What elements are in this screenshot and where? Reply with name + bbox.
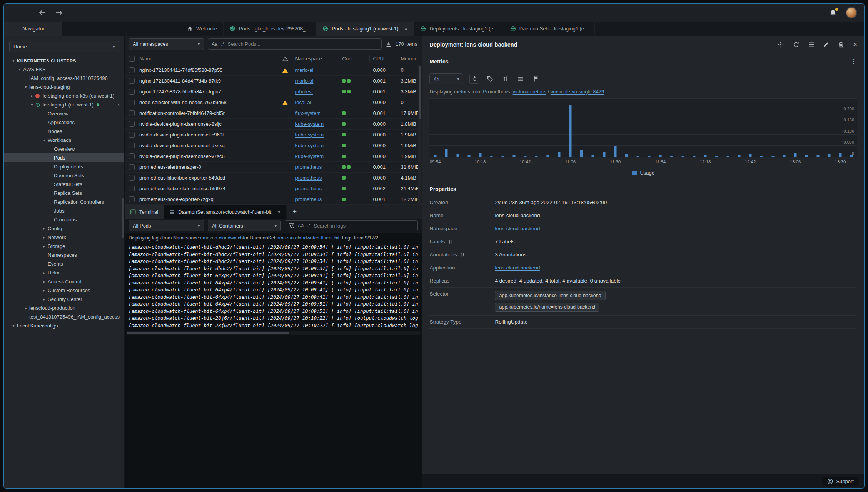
- row-checkbox[interactable]: [129, 67, 135, 73]
- sidebar-item-namespaces[interactable]: Namespaces: [4, 251, 124, 259]
- cpu-usage-chart[interactable]: 0.2500.2000.1500.1000.0500: [429, 99, 857, 157]
- close-tab-icon[interactable]: ×: [277, 209, 281, 215]
- row-checkbox[interactable]: [129, 100, 135, 105]
- tab-deployments-lc-staging1-e[interactable]: Deployments - lc-staging1 (e...: [414, 22, 504, 36]
- user-avatar[interactable]: [846, 7, 857, 18]
- sidebar-item-config[interactable]: ▸Config: [4, 224, 124, 233]
- pods-search-input[interactable]: [228, 41, 378, 47]
- detach-panel-icon[interactable]: [778, 42, 784, 48]
- namespace-link[interactable]: mario-ai: [295, 78, 313, 84]
- sidebar-item-lenscloud-production[interactable]: ▸lenscloud-production: [4, 304, 124, 312]
- namespace-link[interactable]: prometheus: [295, 164, 322, 170]
- sidebar-item-aws-eks[interactable]: ▾AWS EKS: [4, 65, 124, 74]
- match-case-toggle[interactable]: Aa: [212, 42, 217, 47]
- back-arrow-icon[interactable]: [38, 10, 46, 16]
- close-icon[interactable]: ×: [853, 41, 857, 48]
- property-link[interactable]: lens-cloud-backend: [495, 226, 540, 231]
- pods-table-scrollbar[interactable]: [418, 65, 421, 205]
- row-checkbox[interactable]: [129, 153, 135, 159]
- logs-search-input[interactable]: [314, 223, 414, 229]
- dock-tab-terminal[interactable]: Terminal: [125, 205, 164, 219]
- sidebar-scrollbar[interactable]: [122, 198, 124, 238]
- time-range-select[interactable]: 4h ▾: [429, 73, 463, 84]
- table-row[interactable]: prometheus-node-exporter-7zgxqprometheus…: [125, 194, 422, 205]
- sidebar-item-test-841310725496-iam-config-access[interactable]: test_841310725496_IAM_config_access: [4, 312, 124, 321]
- row-checkbox[interactable]: [129, 89, 135, 95]
- table-row[interactable]: prometheus-kube-state-metrics-5fd974prom…: [125, 183, 422, 194]
- namespace-link[interactable]: local-ai: [295, 100, 311, 105]
- property-link[interactable]: lens-cloud-backend: [495, 265, 540, 271]
- sidebar-item-nodes[interactable]: Nodes: [4, 127, 124, 136]
- sidebar-item-network[interactable]: ▸Network: [4, 233, 124, 242]
- namespace-link[interactable]: prometheus: [295, 186, 322, 191]
- close-tab-icon[interactable]: ×: [404, 26, 408, 32]
- sidebar-item-lens-cloud-staging[interactable]: ▾lens-cloud-staging: [4, 83, 124, 91]
- namespace-link[interactable]: amazon-cloudwatch: [200, 235, 243, 241]
- logs-horizontal-scrollbar[interactable]: [126, 331, 421, 335]
- sidebar-item-custom-resources[interactable]: ▸Custom Resources: [4, 286, 124, 295]
- sidebar-item-jobs[interactable]: Jobs: [4, 206, 124, 215]
- select-all-checkbox[interactable]: [129, 56, 135, 62]
- log-output[interactable]: [amazon-cloudwatch-fluent-bit-dhdc2/flue…: [125, 243, 422, 331]
- sidebar-item-overview[interactable]: Overview: [4, 109, 124, 118]
- table-row[interactable]: nvidia-device-plugin-daemonset-8sljckube…: [125, 119, 422, 130]
- column-memory[interactable]: Memor: [397, 55, 422, 62]
- row-checkbox[interactable]: [129, 121, 135, 127]
- namespace-link[interactable]: kube-system: [295, 132, 324, 138]
- row-checkbox[interactable]: [129, 186, 135, 191]
- pod-filter-select[interactable]: All Pods ▾: [129, 220, 204, 231]
- sidebar-item-applications[interactable]: Applications: [4, 118, 124, 127]
- sidebar-item-events[interactable]: Events: [4, 259, 124, 268]
- namespace-link[interactable]: prometheus: [295, 175, 322, 181]
- flag-icon[interactable]: [531, 74, 541, 84]
- forward-arrow-icon[interactable]: [55, 10, 63, 16]
- rows-icon[interactable]: [516, 74, 526, 84]
- namespace-filter-select[interactable]: All namespaces ▾: [129, 38, 204, 50]
- prometheus-endpoint-link[interactable]: vmsingle-vmsingle:8429: [551, 89, 604, 95]
- sidebar-item-security-center[interactable]: ▸Security Center: [4, 295, 124, 304]
- row-checkbox[interactable]: [129, 132, 135, 138]
- tab-daemon-sets-lc-staging1-e[interactable]: Daemon Sets - lc-staging1 (e...: [504, 22, 595, 36]
- namespace-link[interactable]: prometheus: [295, 196, 322, 202]
- sidebar-item-local-kubeconfigs[interactable]: ▾Local Kubeconfigs: [4, 321, 124, 330]
- row-checkbox[interactable]: [129, 110, 135, 116]
- table-row[interactable]: prometheus-alertmanager-0prometheus0.001…: [125, 162, 422, 173]
- tab-welcome[interactable]: Welcome: [181, 22, 224, 36]
- row-checkbox[interactable]: [129, 78, 135, 84]
- crosshair-icon[interactable]: [469, 74, 479, 84]
- sidebar-item-replication-controllers[interactable]: Replication Controllers: [4, 198, 124, 206]
- column-name[interactable]: Name: [139, 56, 279, 62]
- namespace-link[interactable]: kube-system: [295, 121, 324, 127]
- column-cpu[interactable]: CPU: [369, 55, 397, 62]
- row-checkbox[interactable]: [129, 143, 135, 148]
- sidebar-item-lc-staging-demo-k8s-eu-west-1[interactable]: ▸lc-staging-demo-k8s (eu-west-1): [4, 91, 124, 100]
- menu-lines-icon[interactable]: [808, 42, 814, 47]
- edit-icon[interactable]: [823, 42, 829, 47]
- sidebar-item-stateful-sets[interactable]: Stateful Sets: [4, 180, 124, 189]
- sidebar-item-overview[interactable]: Overview: [4, 145, 124, 153]
- table-row[interactable]: nvidia-device-plugin-daemonset-dxsxgkube…: [125, 140, 422, 151]
- sidebar-item-replica-sets[interactable]: Replica Sets: [4, 189, 124, 198]
- row-checkbox[interactable]: [129, 164, 135, 170]
- column-namespace[interactable]: Namespace: [292, 55, 339, 62]
- table-row[interactable]: nginx-1721304411-84d4ff7d4b-87tk9mario-a…: [125, 76, 422, 86]
- regex-toggle[interactable]: .*: [221, 42, 224, 47]
- table-row[interactable]: prometheus-blackbox-exporter-549dcdprome…: [125, 173, 422, 183]
- table-row[interactable]: notification-controller-7bfbfd6479-cbl5r…: [125, 108, 422, 119]
- namespace-link[interactable]: mario-ai: [295, 67, 313, 73]
- kebab-menu-icon[interactable]: ⋮: [851, 58, 857, 65]
- table-row[interactable]: nvidia-device-plugin-daemonset-c969tkube…: [125, 130, 422, 140]
- table-row[interactable]: nginx-1721304411-74df86f588-87p55mario-a…: [125, 65, 422, 76]
- tab-pods-gke-lens-dev-298208[interactable]: Pods - gke_lens-dev-298208_...: [224, 22, 316, 36]
- sidebar-item-cron-jobs[interactable]: Cron Jobs: [4, 215, 124, 224]
- daemonset-link[interactable]: amazon-cloudwatch-fluent-bit: [277, 235, 339, 241]
- namespace-link[interactable]: juhotest: [295, 89, 313, 95]
- prometheus-source-link[interactable]: victoria-metrics: [513, 89, 546, 95]
- sidebar-item-access-control[interactable]: ▸Access Control: [4, 277, 124, 286]
- match-case-toggle[interactable]: Aa: [298, 223, 304, 228]
- tag-icon[interactable]: [485, 74, 495, 84]
- tab-pods-lc-staging1-eu-west-1[interactable]: Pods - lc-staging1 (eu-west-1)×: [316, 22, 414, 36]
- catalog-select[interactable]: Home ▾: [9, 41, 119, 52]
- sidebar-item-kubernetes-clusters[interactable]: ▾KUBERNETES CLUSTERS: [4, 56, 124, 65]
- support-button[interactable]: Support: [822, 477, 859, 486]
